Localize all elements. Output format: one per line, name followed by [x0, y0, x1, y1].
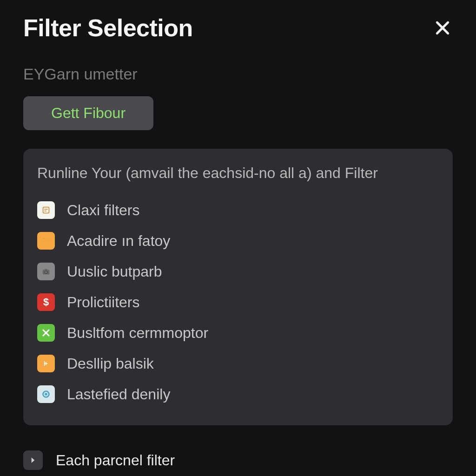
svg-rect-2: [43, 207, 49, 213]
filter-item-uuslic[interactable]: Uuslic butparb: [37, 256, 439, 287]
subtitle-text: EYGarn umetter: [23, 65, 453, 83]
close-icon: [433, 19, 452, 37]
svg-point-8: [45, 271, 47, 273]
filter-label: Busltfom cermmoptor: [67, 324, 208, 342]
folder-icon: [37, 232, 55, 250]
close-button[interactable]: [432, 18, 453, 38]
filter-item-desllip[interactable]: Desllip balsik: [37, 348, 439, 379]
note-icon: [37, 201, 55, 219]
primary-action-button[interactable]: Gett Fibour: [23, 96, 153, 130]
filter-item-claxi[interactable]: Claxi filters: [37, 195, 439, 225]
filter-item-acadire[interactable]: Acadire ın fatoy: [37, 225, 439, 256]
svg-rect-6: [45, 269, 47, 271]
scissors-icon: [37, 355, 55, 372]
filter-label: Acadire ın fatoy: [67, 232, 170, 250]
modal-title: Filter Selection: [23, 14, 193, 42]
filter-panel: Runline Your (amvail the eachsid-no all …: [23, 149, 453, 425]
filter-label: Desllip balsik: [67, 355, 154, 372]
filter-label: Uuslic butparb: [67, 263, 162, 280]
dollar-icon: $: [37, 293, 55, 311]
circle-icon: [37, 385, 55, 403]
check-icon: [37, 324, 55, 342]
modal-header: Filter Selection: [23, 14, 453, 42]
filter-label: Claxi filters: [67, 202, 139, 219]
filter-label: Prolictiiters: [67, 294, 139, 311]
chevron-right-icon: [23, 450, 43, 470]
svg-point-12: [45, 393, 47, 396]
expand-label: Each parcnel filter: [56, 452, 175, 469]
filter-item-lastefied[interactable]: Lastefied denily: [37, 379, 439, 410]
filter-item-busltfom[interactable]: Busltfom cermmoptor: [37, 317, 439, 348]
filter-item-prolict[interactable]: $ Prolictiiters: [37, 287, 439, 317]
filter-label: Lastefied denily: [67, 386, 170, 403]
expand-item-parcnel[interactable]: Each parcnel filter: [23, 444, 453, 476]
camera-icon: [37, 263, 55, 280]
panel-heading: Runline Your (amvail the eachsid-no all …: [37, 165, 439, 182]
